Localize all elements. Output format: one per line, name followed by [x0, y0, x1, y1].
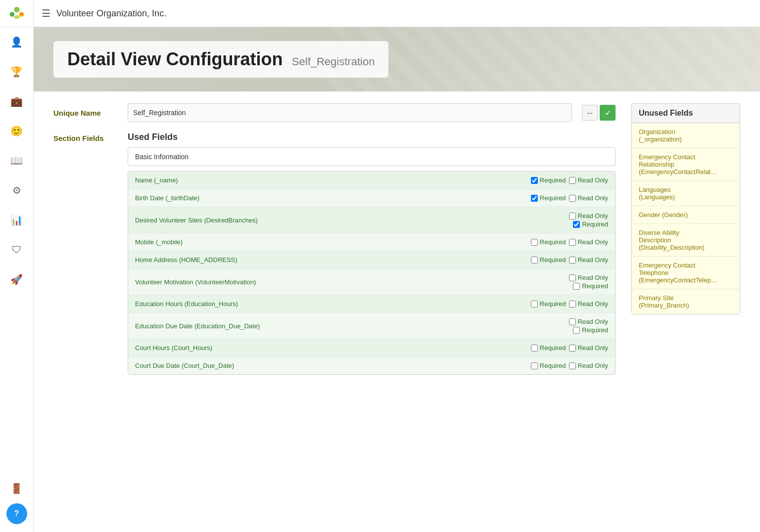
required-label[interactable]: Required: [573, 326, 608, 334]
required-checkbox[interactable]: [531, 301, 538, 308]
dots-button[interactable]: ···: [582, 105, 598, 121]
required-checkbox[interactable]: [531, 239, 538, 246]
readonly-checkbox[interactable]: [569, 274, 576, 281]
unused-field-item[interactable]: Languages(Languages): [632, 181, 740, 206]
section-fields-label: Section Fields: [53, 132, 118, 375]
shield-icon[interactable]: 🛡: [0, 235, 34, 265]
rocket-icon[interactable]: 🚀: [0, 265, 34, 294]
unused-fields-panel: Unused Fields Organization(_organization…: [631, 103, 740, 314]
field-label: Volunteer Motivation (VolunteerMotivatio…: [135, 278, 565, 286]
book-icon[interactable]: 📖: [0, 146, 34, 176]
field-label: Court Due Date (Court_Due_Date): [135, 362, 527, 369]
field-label: Name (_name): [135, 177, 527, 184]
required-label[interactable]: Required: [531, 177, 566, 184]
required-checkbox[interactable]: [531, 195, 538, 202]
unused-field-item[interactable]: Primary Site(Primary_Branch): [632, 289, 740, 314]
chart-icon[interactable]: 📊: [0, 205, 34, 235]
readonly-label[interactable]: Read Only: [569, 212, 608, 220]
section-name-input[interactable]: Basic Information: [128, 147, 616, 166]
readonly-checkbox[interactable]: [569, 239, 576, 246]
logo: [0, 0, 34, 27]
readonly-checkbox[interactable]: [569, 195, 576, 202]
right-column: Unused Fields Organization(_organization…: [631, 103, 740, 520]
unique-name-label: Unique Name: [53, 109, 118, 117]
readonly-label[interactable]: Read Only: [569, 274, 608, 281]
readonly-checkbox[interactable]: [569, 257, 576, 264]
unused-field-item[interactable]: Emergency ContactTelephone(EmergencyCont…: [632, 257, 740, 289]
banner-box: Detail View Configuration Self_Registrat…: [53, 41, 388, 78]
unused-field-item[interactable]: Gender (Gender): [632, 206, 740, 224]
readonly-checkbox[interactable]: [569, 177, 576, 184]
readonly-checkbox[interactable]: [569, 362, 576, 369]
gear-icon[interactable]: ⚙: [0, 176, 34, 205]
unique-name-input[interactable]: Self_Registration: [128, 103, 572, 122]
section-fields-row: Section Fields Used Fields Basic Informa…: [53, 132, 616, 375]
field-row: Education Hours (Education_Hours) Requir…: [128, 295, 615, 313]
required-label[interactable]: Required: [531, 344, 566, 352]
field-checks: Required Read Only: [531, 344, 608, 352]
unused-field-item[interactable]: Organization(_organization): [632, 123, 740, 148]
field-row: Birth Date (_birthDate) Required Read On…: [128, 189, 615, 207]
unused-fields-header: Unused Fields: [632, 104, 740, 123]
field-row: Mobile (_mobile) Required Read Only: [128, 233, 615, 251]
required-checkbox[interactable]: [573, 327, 580, 334]
unused-field-item[interactable]: Diverse AbilityDescription(Disability_De…: [632, 224, 740, 257]
field-label: Home Address (HOME_ADDRESS): [135, 256, 527, 264]
logout-icon[interactable]: 🚪: [0, 474, 34, 503]
field-row: Volunteer Motivation (VolunteerMotivatio…: [128, 269, 615, 295]
required-label[interactable]: Required: [531, 256, 566, 264]
readonly-label[interactable]: Read Only: [569, 300, 608, 308]
required-checkbox[interactable]: [573, 283, 580, 290]
fields-list: Name (_name) Required Read Only: [128, 171, 616, 375]
required-label[interactable]: Required: [531, 238, 566, 246]
page-title: Detail View Configuration: [67, 49, 283, 69]
readonly-label[interactable]: Read Only: [569, 194, 608, 202]
readonly-label[interactable]: Read Only: [569, 362, 608, 369]
readonly-label[interactable]: Read Only: [569, 177, 608, 184]
readonly-label[interactable]: Read Only: [569, 344, 608, 352]
required-checkbox[interactable]: [531, 177, 538, 184]
required-checkbox[interactable]: [531, 345, 538, 352]
field-row: Desired Volunteer Sites (DesiredBranches…: [128, 207, 615, 233]
help-button[interactable]: ?: [6, 503, 27, 524]
unused-fields-list: Organization(_organization) Emergency Co…: [632, 123, 740, 314]
person-icon[interactable]: 👤: [0, 27, 34, 57]
required-label[interactable]: Required: [573, 282, 608, 290]
field-row: Court Due Date (Court_Due_Date) Required…: [128, 357, 615, 374]
smile-icon[interactable]: 🙂: [0, 116, 34, 146]
briefcase-icon[interactable]: 💼: [0, 87, 34, 116]
award-icon[interactable]: 🏆: [0, 57, 34, 87]
unused-field-item[interactable]: Emergency ContactRelationship(EmergencyC…: [632, 148, 740, 181]
org-name: Volunteer Organization, Inc.: [56, 8, 166, 19]
field-checks: Required Read Only: [531, 256, 608, 264]
readonly-label[interactable]: Read Only: [569, 318, 608, 325]
field-label: Birth Date (_birthDate): [135, 194, 527, 202]
svg-point-3: [15, 15, 19, 19]
required-checkbox[interactable]: [531, 257, 538, 264]
readonly-label[interactable]: Read Only: [569, 238, 608, 246]
left-column: Unique Name Self_Registration ··· ✓ Sect…: [53, 103, 616, 520]
field-row: Court Hours (Court_Hours) Required Read …: [128, 339, 615, 357]
readonly-checkbox[interactable]: [569, 318, 576, 325]
menu-icon[interactable]: ☰: [42, 7, 50, 19]
field-checks: Required Read Only: [531, 300, 608, 308]
readonly-label[interactable]: Read Only: [569, 256, 608, 264]
required-checkbox[interactable]: [531, 362, 538, 369]
main-area: ☰ Volunteer Organization, Inc. Detail Vi…: [34, 0, 760, 532]
page-subtitle: Self_Registration: [292, 55, 375, 68]
required-label[interactable]: Required: [531, 362, 566, 369]
field-checks: Read Only Required: [569, 318, 608, 334]
required-label[interactable]: Required: [531, 300, 566, 308]
readonly-checkbox[interactable]: [569, 345, 576, 352]
required-checkbox[interactable]: [573, 221, 580, 228]
confirm-button[interactable]: ✓: [600, 105, 616, 121]
field-label: Court Hours (Court_Hours): [135, 344, 527, 352]
readonly-checkbox[interactable]: [569, 213, 576, 220]
banner: Detail View Configuration Self_Registrat…: [34, 27, 760, 91]
field-label: Education Hours (Education_Hours): [135, 300, 527, 308]
readonly-checkbox[interactable]: [569, 301, 576, 308]
field-label: Mobile (_mobile): [135, 238, 527, 246]
required-label[interactable]: Required: [531, 194, 566, 202]
required-label[interactable]: Required: [573, 221, 608, 228]
field-checks: Required Read Only: [531, 238, 608, 246]
